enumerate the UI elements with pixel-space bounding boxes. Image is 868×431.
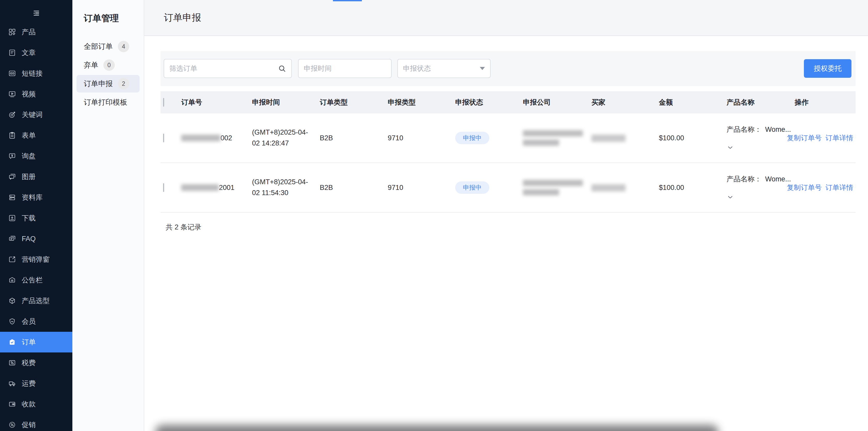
search-input[interactable] [169,65,278,73]
declare-time-input[interactable] [304,65,386,73]
order-type-cell: B2B [320,184,388,192]
submenu-item-abandoned-orders[interactable]: 弃单 0 [76,56,140,74]
caret-down-icon [480,67,485,70]
submenu-item-all-orders[interactable]: 全部订单 4 [76,38,140,55]
sidebar-item-label: 视频 [22,90,36,99]
order-no-suffix: 2001 [219,184,235,192]
search-icon [278,64,286,73]
sidebar-item-articles[interactable]: 文章 [0,42,72,63]
product-selector-box-icon [8,297,16,305]
amount-cell: $100.00 [659,134,726,142]
order-detail-link[interactable]: 订单详情 [825,184,853,192]
sidebar-item-shipping[interactable]: 运费 [0,373,72,394]
authorize-delegate-button[interactable]: 授权委托 [804,59,851,78]
redacted-buyer [591,184,625,192]
sidebar-item-marketing-popup[interactable]: 营销弹窗 [0,249,72,270]
copy-order-no-link[interactable]: 复制订单号 [787,184,822,192]
sidebar-item-label: 下载 [22,213,36,223]
actions-cell: 复制订单号订单详情 [787,133,860,143]
table-header-row: 订单号 申报时间 订单类型 申报类型 申报状态 申报公司 买家 金额 产品名称 … [160,91,856,113]
sidebar-item-faq[interactable]: FAQ [0,228,72,249]
sidebar-item-videos[interactable]: 视频 [0,84,72,104]
sidebar-collapse-button[interactable] [0,8,72,19]
sidebar-item-announcements[interactable]: 公告栏 [0,270,72,291]
sidebar-item-taxes[interactable]: 税费 [0,353,72,373]
declare-company-cell [523,130,591,146]
sidebar-item-forms[interactable]: 表单 [0,125,72,146]
sidebar-item-label: 短链接 [22,69,43,78]
submenu-item-label: 订单申报 [84,79,113,89]
col-order-type: 订单类型 [320,98,388,107]
declare-time-cell: (GMT+8)2025-04-02 14:28:47 [252,127,320,149]
row-checkbox[interactable] [163,183,164,192]
video-icon [8,90,16,98]
submenu-item-print-template[interactable]: 订单打印模板 [76,94,140,111]
sidebar-item-product-selector[interactable]: 产品选型 [0,291,72,311]
sidebar-item-label: 订单 [22,337,36,347]
sidebar-item-label: 询盘 [22,152,36,161]
table-row: 002 (GMT+8)2025-04-02 14:28:47 B2B 9710 … [160,113,856,163]
copy-order-no-link[interactable]: 复制订单号 [787,134,822,142]
sidebar-item-members[interactable]: 会员 [0,311,72,332]
sidebar-item-promotions[interactable]: 促销 [0,415,72,431]
order-detail-link[interactable]: 订单详情 [825,134,853,142]
sidebar-item-downloads[interactable]: 下载 [0,208,72,228]
expand-row-toggle[interactable] [726,144,734,151]
order-no-cell: 002 [181,134,252,142]
submenu-item-order-declaration[interactable]: 订单申报 2 [76,75,140,93]
keyword-target-icon [8,111,16,119]
library-icon [8,194,16,201]
sidebar-nav: 产品 文章 短链接 视频 关键词 表单 询盘 图册 [0,22,72,431]
sidebar-item-label: 资料库 [22,193,43,202]
sidebar-item-inquiries[interactable]: 询盘 [0,146,72,166]
panel-title: 订单管理 [72,0,144,24]
row-checkbox[interactable] [163,134,164,142]
declare-status-select[interactable]: 申报状态 [397,59,491,78]
col-buyer: 买家 [591,98,659,107]
order-management-panel: 订单管理 全部订单 4 弃单 0 订单申报 2 订单打印模板 [72,0,144,431]
tax-icon [8,359,16,367]
sidebar-item-keywords[interactable]: 关键词 [0,104,72,125]
records-summary: 共 2 条记录 [160,223,856,232]
orders-table: 订单号 申报时间 订单类型 申报类型 申报状态 申报公司 买家 金额 产品名称 … [160,91,856,232]
redacted-order-no [181,135,220,141]
declare-type-cell: 9710 [388,134,455,142]
sidebar-item-products[interactable]: 产品 [0,22,72,42]
sidebar-item-label: 营销弹窗 [22,255,50,264]
expand-row-toggle[interactable] [726,194,734,201]
grid-icon [8,28,16,36]
col-declare-status: 申报状态 [455,98,523,107]
declare-time-field[interactable] [298,59,392,78]
sidebar-item-gallery[interactable]: 图册 [0,166,72,187]
product-name-cell: 产品名称：Wome... [726,125,795,151]
sidebar-item-payments[interactable]: 收款 [0,394,72,415]
popup-icon [8,256,16,263]
col-declare-time: 申报时间 [252,98,320,107]
chevron-down-icon [726,194,734,201]
actions-cell: 复制订单号订单详情 [787,183,860,192]
chevron-down-icon [726,144,734,151]
select-all-checkbox[interactable] [163,98,164,107]
sidebar-item-label: 公告栏 [22,275,43,285]
collapse-menu-icon [32,9,40,18]
sidebar-item-orders[interactable]: 订单 [0,332,72,353]
order-type-cell: B2B [320,134,388,142]
order-filter-search-field[interactable] [164,59,292,78]
sidebar-item-label: 文章 [22,48,36,57]
member-badge-icon [8,318,16,325]
article-icon [8,49,16,57]
redacted-company-line [523,130,583,136]
sidebar-item-label: 表单 [22,131,36,140]
primary-sidebar: 产品 文章 短链接 视频 关键词 表单 询盘 图册 [0,0,72,431]
submenu-item-label: 弃单 [84,60,98,70]
product-label: 产品名称： [726,175,762,183]
col-declare-company: 申报公司 [523,98,591,107]
status-badge: 申报中 [455,132,489,144]
sidebar-item-label: 产品 [22,27,36,37]
sidebar-item-library[interactable]: 资料库 [0,187,72,208]
link-icon [8,69,16,77]
submenu-item-label: 订单打印模板 [84,97,127,107]
form-clipboard-icon [8,132,16,139]
status-badge: 申报中 [455,181,489,194]
sidebar-item-short-links[interactable]: 短链接 [0,63,72,84]
